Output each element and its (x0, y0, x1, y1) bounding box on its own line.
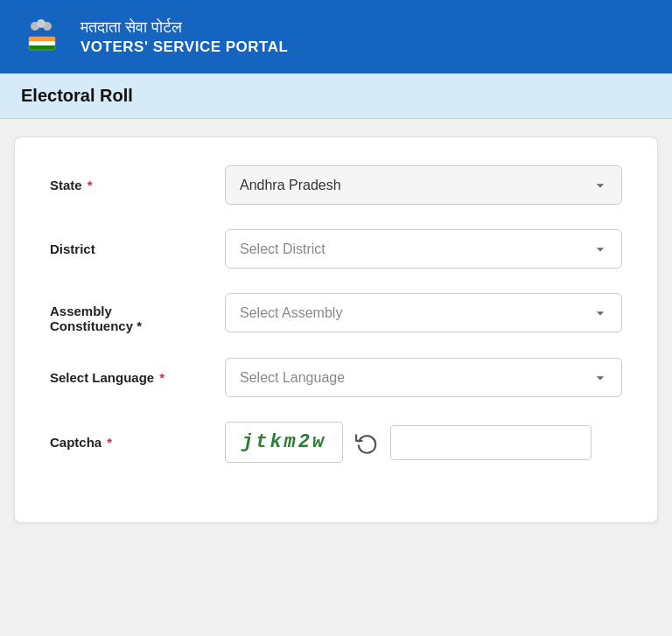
svg-point-3 (37, 19, 46, 28)
district-select[interactable]: Select District (225, 229, 622, 269)
state-control-wrap: Andhra Pradesh Telangana Karnataka Tamil… (225, 165, 622, 205)
captcha-row: Captcha * jtkm2w (50, 422, 622, 463)
header-text: मतदाता सेवा पोर्टल VOTERS' SERVICE PORTA… (80, 18, 288, 56)
assembly-control-wrap: Select Assembly (225, 293, 622, 332)
language-select[interactable]: Select Language English Telugu Hindi (225, 358, 622, 397)
state-required-marker: * (84, 178, 93, 192)
page-title-bar: Electoral Roll (0, 73, 672, 119)
language-control-wrap: Select Language English Telugu Hindi (225, 358, 622, 397)
header-hindi-title: मतदाता सेवा पोर्टल (80, 18, 288, 37)
district-label: District (50, 241, 225, 256)
header: मतदाता सेवा पोर्टल VOTERS' SERVICE PORTA… (0, 0, 672, 73)
captcha-input[interactable] (390, 425, 592, 460)
state-label: State * (50, 178, 225, 192)
captcha-refresh-button[interactable] (352, 428, 382, 458)
state-select[interactable]: Andhra Pradesh Telangana Karnataka Tamil… (225, 165, 622, 205)
captcha-group: jtkm2w (225, 422, 622, 463)
page-title: Electoral Roll (21, 86, 133, 105)
district-row: District Select District (50, 229, 622, 269)
assembly-label: Assembly Constituency * (50, 293, 225, 333)
language-label: Select Language * (50, 370, 225, 385)
language-row: Select Language * Select Language Englis… (50, 358, 622, 397)
language-required-marker: * (156, 370, 164, 385)
header-english-title: VOTERS' SERVICE PORTAL (80, 38, 288, 56)
captcha-control-wrap: jtkm2w (225, 422, 622, 463)
captcha-required-marker: * (103, 435, 112, 450)
svg-rect-6 (29, 45, 55, 50)
eci-logo (18, 12, 66, 61)
svg-rect-5 (29, 41, 55, 45)
captcha-image: jtkm2w (225, 422, 343, 463)
assembly-select[interactable]: Select Assembly (225, 293, 622, 332)
main-content-card: State * Andhra Pradesh Telangana Karnata… (14, 136, 658, 523)
assembly-row: Assembly Constituency * Select Assembly (50, 293, 622, 333)
captcha-label: Captcha * (50, 435, 225, 450)
district-control-wrap: Select District (225, 229, 622, 269)
refresh-icon (355, 431, 378, 454)
assembly-required-marker: * (133, 318, 142, 333)
state-row: State * Andhra Pradesh Telangana Karnata… (50, 165, 622, 205)
svg-rect-4 (29, 37, 55, 41)
